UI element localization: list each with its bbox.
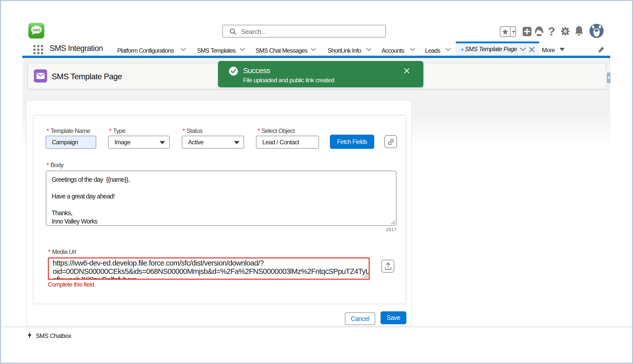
svg-text:SMS: SMS [32,28,41,32]
